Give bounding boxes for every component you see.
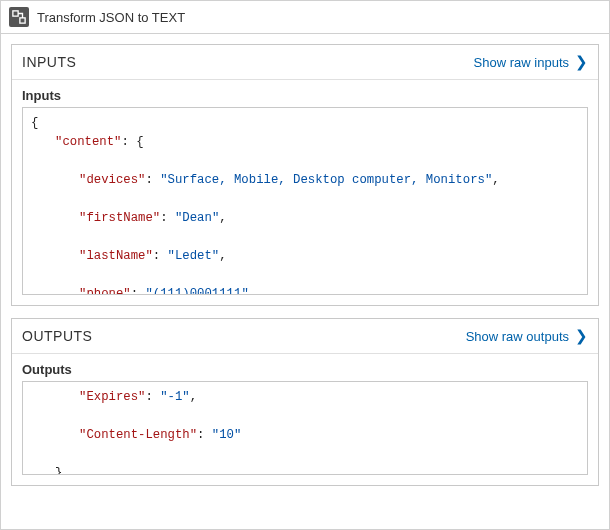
content-devices: Surface, Mobile, Desktop computer, Monit…	[168, 173, 485, 187]
outputs-code-scroll[interactable]: "Expires": "-1", "Content-Length": "10" …	[23, 382, 587, 474]
inputs-panel-header: INPUTS Show raw inputs ❯	[12, 45, 598, 80]
chevron-right-icon: ❯	[575, 53, 588, 71]
svg-rect-1	[20, 18, 25, 23]
outputs-section-title: OUTPUTS	[22, 328, 92, 344]
chevron-right-icon: ❯	[575, 327, 588, 345]
outputs-panel: OUTPUTS Show raw outputs ❯ Outputs "Expi…	[11, 318, 599, 486]
inputs-panel: INPUTS Show raw inputs ❯ Inputs { "conte…	[11, 44, 599, 306]
outputs-panel-header: OUTPUTS Show raw outputs ❯	[12, 319, 598, 354]
output-content-length: 10	[219, 428, 234, 442]
show-raw-inputs-label: Show raw inputs	[474, 55, 569, 70]
inputs-sub-label: Inputs	[22, 88, 588, 103]
outputs-code-frame: "Expires": "-1", "Content-Length": "10" …	[22, 381, 588, 475]
content-firstName: Dean	[182, 211, 212, 225]
show-raw-outputs-link[interactable]: Show raw outputs ❯	[466, 327, 588, 345]
svg-rect-0	[13, 11, 18, 16]
inputs-code-scroll[interactable]: { "content": { "devices": "Surface, Mobi…	[23, 108, 587, 294]
show-raw-inputs-link[interactable]: Show raw inputs ❯	[474, 53, 588, 71]
panels-area: INPUTS Show raw inputs ❯ Inputs { "conte…	[1, 34, 609, 529]
title-text: Transform JSON to TEXT	[37, 10, 185, 25]
show-raw-outputs-label: Show raw outputs	[466, 329, 569, 344]
outputs-sub-label: Outputs	[22, 362, 588, 377]
title-bar: Transform JSON to TEXT	[1, 1, 609, 34]
outputs-panel-body: Outputs "Expires": "-1", "Content-Length…	[12, 354, 598, 485]
inputs-code-frame: { "content": { "devices": "Surface, Mobi…	[22, 107, 588, 295]
inputs-section-title: INPUTS	[22, 54, 76, 70]
inputs-panel-body: Inputs { "content": { "devices": "Surfac…	[12, 80, 598, 305]
content-phone: (111)0001111	[153, 287, 242, 294]
transform-icon	[9, 7, 29, 27]
transform-detail-window: Transform JSON to TEXT INPUTS Show raw i…	[0, 0, 610, 530]
output-expires: -1	[168, 390, 183, 404]
content-lastName: Ledet	[175, 249, 212, 263]
